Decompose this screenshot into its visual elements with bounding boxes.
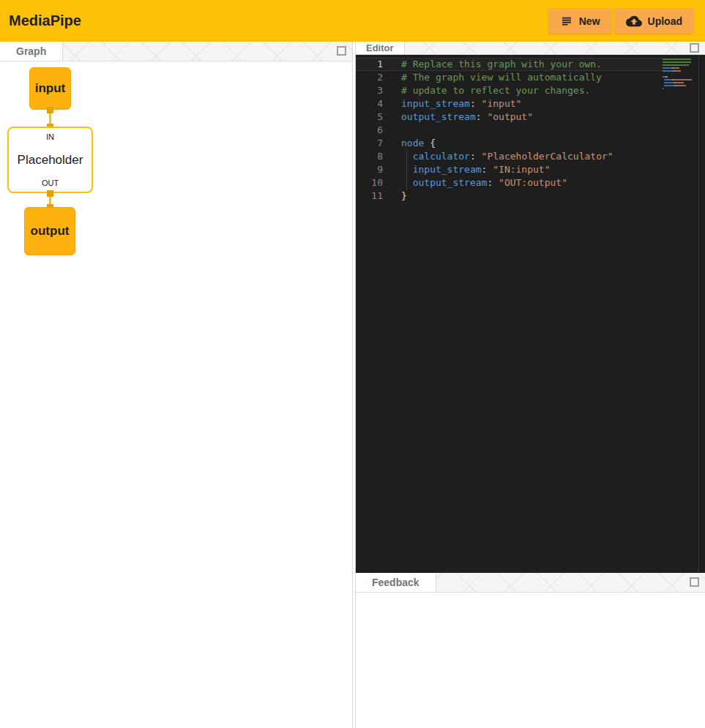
line-number: 9 (356, 163, 383, 176)
editor-maximize-icon[interactable] (690, 43, 699, 53)
tab-graph-label: Graph (16, 45, 46, 57)
code-line[interactable]: 1# Replace this graph with your own. (356, 58, 663, 71)
upload-button[interactable]: Upload (614, 8, 694, 34)
output-node-label: output (31, 224, 70, 239)
code-line-text: input_stream: "input" (401, 97, 521, 110)
new-button[interactable]: New (548, 8, 612, 34)
code-line[interactable]: 10 output_stream: "OUT:output" (356, 176, 663, 189)
line-number: 8 (356, 150, 383, 163)
code-line[interactable]: 8 calculator: "PlaceholderCalculator" (356, 150, 663, 163)
graph-tabbar: Graph (0, 42, 352, 61)
code-line-text: # The graph view will automatically (401, 71, 602, 84)
line-number: 7 (356, 137, 383, 150)
line-number: 5 (356, 110, 383, 124)
tab-editor[interactable]: Editor (356, 42, 405, 54)
code-line[interactable]: 5output_stream: "output" (356, 110, 663, 124)
editor-tabbar: Editor (356, 42, 705, 55)
indent-guide (406, 176, 407, 189)
code-line-text: } (401, 189, 407, 203)
line-number: 10 (356, 176, 383, 189)
placeholder-out-port-label: OUT (42, 179, 59, 187)
code-line-text: calculator: "PlaceholderCalculator" (401, 150, 613, 163)
line-number: 3 (356, 84, 383, 97)
tab-graph[interactable]: Graph (0, 42, 63, 61)
line-number: 11 (356, 189, 383, 203)
code-line[interactable]: 6 (356, 124, 663, 137)
placeholder-in-port-label: IN (46, 132, 54, 141)
code-line[interactable]: 3# update to reflect your changes. (356, 84, 663, 97)
graph-node-input[interactable]: input (29, 67, 71, 110)
output-port-square[interactable] (47, 107, 53, 113)
code-line-text: node { (401, 137, 436, 150)
input-node-label: input (35, 81, 66, 96)
graph-node-placeholder[interactable]: IN Placeholder OUT (7, 127, 93, 193)
code-lines[interactable]: 1# Replace this graph with your own.2# T… (356, 58, 705, 203)
code-line-text: input_stream: "IN:input" (401, 163, 551, 176)
cloud-upload-icon (626, 13, 642, 29)
tab-feedback[interactable]: Feedback (356, 573, 436, 592)
code-line[interactable]: 2# The graph view will automatically (356, 71, 663, 84)
new-button-label: New (579, 15, 600, 27)
new-document-icon (560, 15, 573, 28)
code-line[interactable]: 11} (356, 189, 663, 203)
graph-node-output[interactable]: output (24, 207, 75, 255)
tab-feedback-label: Feedback (372, 577, 419, 588)
code-line-text: # update to reflect your changes. (401, 84, 590, 97)
feedback-content (356, 593, 705, 728)
editor-minimap[interactable] (663, 59, 692, 91)
placeholder-node-label: Placeholder (18, 153, 83, 168)
line-number: 2 (356, 71, 383, 84)
app-header: MediaPipe New Upload (0, 0, 705, 42)
editor-scrollbar[interactable] (698, 55, 699, 573)
code-line[interactable]: 4input_stream: "input" (356, 97, 663, 110)
output-port-square[interactable] (47, 190, 53, 197)
graph-maximize-icon[interactable] (337, 46, 346, 56)
code-line-text: output_stream: "output" (401, 110, 533, 124)
upload-button-label: Upload (648, 15, 682, 27)
line-number: 4 (356, 97, 383, 110)
line-number: 6 (356, 124, 383, 137)
code-editor[interactable]: 1# Replace this graph with your own.2# T… (356, 55, 705, 573)
code-line[interactable]: 9 input_stream: "IN:input" (356, 163, 663, 176)
graph-panel: Graph input IN Placeholder OUT output (0, 42, 352, 728)
code-line[interactable]: 7node { (356, 137, 663, 150)
app-title: MediaPipe (9, 12, 81, 29)
graph-canvas[interactable]: input IN Placeholder OUT output (0, 61, 352, 728)
feedback-panel: Feedback (356, 573, 705, 728)
feedback-tabbar: Feedback (356, 573, 705, 593)
indent-guide (406, 150, 407, 163)
code-line-text: # Replace this graph with your own. (401, 58, 602, 71)
feedback-maximize-icon[interactable] (690, 577, 699, 587)
editor-panel: Editor 1# Replace this graph with your o… (356, 42, 705, 573)
code-line-text: output_stream: "OUT:output" (401, 176, 567, 189)
tab-editor-label: Editor (366, 42, 394, 53)
line-number: 1 (356, 58, 383, 71)
indent-guide (406, 163, 407, 176)
